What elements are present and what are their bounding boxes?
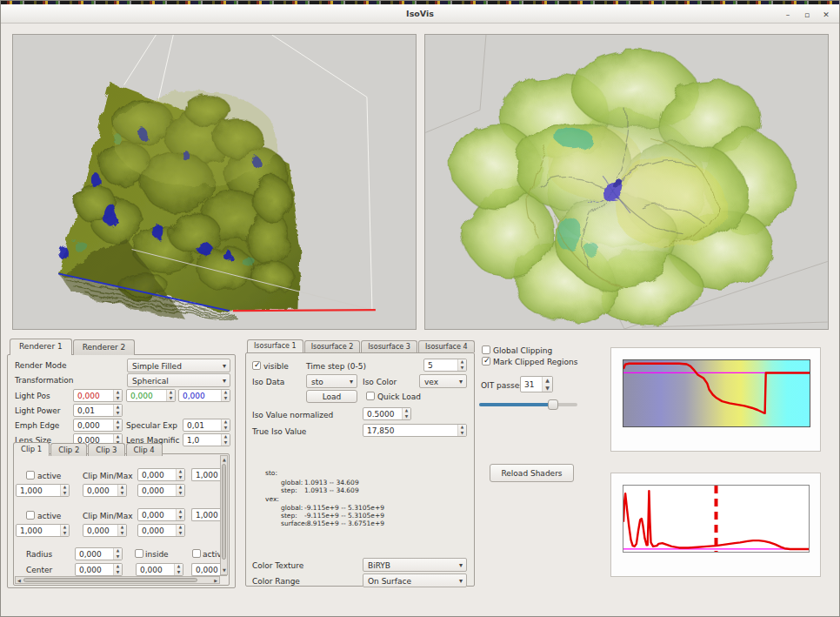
tab-renderer-1[interactable]: Renderer 1 (10, 339, 72, 355)
tab-clip-1[interactable]: Clip 1 (13, 442, 50, 456)
clip-plane1-ny-spinbox[interactable]: 0,000 (83, 484, 127, 497)
mark-clipped-label: Mark Clipped Regions (493, 358, 577, 366)
spinner-arrows-icon[interactable] (176, 525, 184, 536)
isosurface-panel: visible Time step (0-5) 5 Iso Data sto I… (245, 352, 475, 587)
close-icon[interactable]: ✕ (820, 10, 832, 20)
clip-plane1-nz-spinbox[interactable]: 0,000 (137, 484, 185, 497)
clip-plane2-nz-spinbox[interactable]: 0,000 (137, 524, 185, 537)
oit-slider[interactable] (479, 399, 577, 410)
tab-isosurface-2[interactable]: Isosurface 2 (304, 340, 361, 352)
tab-isosurface-3[interactable]: Isosurface 3 (361, 340, 417, 352)
spinner-arrows-icon[interactable] (221, 390, 230, 401)
clip-panel: active Clip Min/Max 0,000 1,000 1,000 0,… (13, 453, 230, 586)
color-texture-label: Color Texture (252, 561, 303, 570)
stats-row: step:1.0913 -- 34.609 (281, 486, 359, 494)
clip-center-y-spinbox[interactable]: 0,000 (136, 563, 183, 576)
slider-handle[interactable] (548, 399, 558, 410)
spinner-arrows-icon[interactable] (457, 359, 466, 371)
window-title: IsoVis (1, 9, 839, 18)
clip-plane1-active-label: active (37, 472, 61, 480)
spinner-arrows-icon[interactable] (457, 425, 466, 436)
transformation-label: Transformation (15, 376, 74, 385)
light-pos-z-spinbox[interactable]: 0,000 (178, 389, 230, 402)
render-mode-select[interactable]: Simple Filled (127, 359, 230, 372)
viewport-renderer-2[interactable] (424, 34, 829, 330)
quick-load-checkbox[interactable] (366, 392, 375, 400)
clip-vertical-scrollbar[interactable]: ▲ ▼ (220, 455, 228, 575)
emph-edge-spinbox[interactable]: 0,000 (73, 419, 123, 432)
emph-edge-label: Emph Edge (15, 421, 59, 430)
clip-plane2-ny-spinbox[interactable]: 0,000 (83, 524, 127, 537)
specular-exp-spinbox[interactable]: 0,01 (183, 419, 230, 432)
spinner-arrows-icon[interactable] (113, 405, 122, 416)
spinner-arrows-icon[interactable] (117, 525, 126, 536)
scrollbar-thumb[interactable] (222, 464, 226, 560)
time-step-spinbox[interactable]: 5 (423, 359, 467, 372)
clip-plane1-active-checkbox[interactable] (26, 471, 35, 480)
visible-checkbox[interactable] (252, 361, 261, 370)
clip-radius-spinbox[interactable]: 0,000 (75, 547, 123, 560)
iso-data-select[interactable]: sto (306, 374, 357, 388)
stats-row: surface:-8.915e+9 -- 3.6751e+9 (281, 520, 384, 527)
iso-color-label: Iso Color (363, 378, 397, 386)
true-iso-value-spinbox[interactable]: 17,850 (363, 424, 467, 437)
mark-clipped-checkbox[interactable] (482, 357, 490, 366)
tab-clip-3[interactable]: Clip 3 (88, 443, 124, 456)
clip-sphere-active-checkbox[interactable] (192, 549, 201, 558)
clip-plane1-min-spinbox[interactable]: 0,000 (137, 468, 185, 481)
minimize-icon[interactable]: – (782, 10, 794, 20)
spinner-arrows-icon[interactable] (117, 485, 126, 496)
clip-plane2-nx-spinbox[interactable]: 1,000 (16, 524, 70, 537)
spinner-arrows-icon[interactable] (176, 509, 184, 520)
spinner-arrows-icon[interactable] (176, 485, 184, 496)
tab-clip-2[interactable]: Clip 2 (50, 443, 87, 456)
spinner-arrows-icon[interactable] (60, 525, 69, 536)
color-texture-select[interactable]: BiRYB (363, 558, 467, 572)
clip-plane2-min-spinbox[interactable]: 0,000 (137, 508, 185, 521)
spinner-arrows-icon[interactable] (60, 485, 69, 496)
clip-plane2-active-checkbox[interactable] (26, 511, 35, 520)
scrollbar-thumb[interactable] (23, 578, 197, 582)
scroll-down-icon[interactable]: ▼ (223, 568, 226, 573)
light-power-spinbox[interactable]: 0,01 (73, 404, 123, 417)
titlebar[interactable]: IsoVis – ▫ ✕ (1, 4, 839, 23)
global-clipping-checkbox[interactable] (482, 345, 490, 354)
spinner-arrows-icon[interactable] (402, 408, 410, 419)
clip-center-x-spinbox[interactable]: 0,000 (75, 563, 123, 576)
spinner-arrows-icon[interactable] (176, 469, 184, 480)
spinner-arrows-icon[interactable] (542, 377, 552, 392)
scroll-right-icon[interactable]: ▶ (214, 579, 217, 583)
scroll-up-icon[interactable]: ▲ (223, 458, 226, 462)
clip-horizontal-scrollbar[interactable]: ◀ ▶ (15, 576, 220, 584)
spinner-arrows-icon[interactable] (221, 419, 230, 431)
spinner-arrows-icon[interactable] (166, 390, 175, 401)
tab-renderer-2[interactable]: Renderer 2 (73, 339, 136, 355)
spinner-arrows-icon[interactable] (113, 548, 122, 560)
histogram-chart[interactable] (623, 485, 810, 553)
color-range-select[interactable]: On Surface (363, 573, 467, 587)
spinner-arrows-icon[interactable] (113, 419, 122, 431)
iso-value-normalized-spinbox[interactable]: 0.5000 (363, 407, 411, 420)
tab-clip-4[interactable]: Clip 4 (126, 443, 163, 456)
spinner-arrows-icon[interactable] (113, 390, 122, 401)
light-pos-x-spinbox[interactable]: 0,000 (73, 389, 123, 402)
tab-isosurface-4[interactable]: Isosurface 4 (418, 340, 475, 352)
clip-plane2-active-label: active (37, 512, 61, 520)
spinner-arrows-icon[interactable] (174, 564, 183, 575)
clip-plane1-nx-spinbox[interactable]: 1,000 (16, 484, 70, 497)
clip-inside-checkbox[interactable] (135, 549, 143, 558)
spinner-arrows-icon[interactable] (221, 434, 230, 446)
lens-magnific-spinbox[interactable]: 1,0 (183, 433, 230, 446)
oit-passes-spinbox[interactable]: 31 (520, 376, 553, 392)
tab-isosurface-1[interactable]: Isosurface 1 (247, 339, 303, 352)
maximize-icon[interactable]: ▫ (801, 10, 813, 20)
viewport-renderer-1[interactable] (12, 34, 417, 330)
load-button[interactable]: Load (306, 390, 357, 403)
spinner-arrows-icon[interactable] (113, 564, 122, 575)
iso-color-select[interactable]: vex (419, 374, 467, 388)
light-pos-y-spinbox[interactable]: 0,000 (126, 389, 176, 402)
reload-shaders-button[interactable]: Reload Shaders (490, 464, 574, 482)
transfer-function-chart[interactable] (623, 359, 810, 427)
scroll-left-icon[interactable]: ◀ (17, 579, 21, 583)
transformation-select[interactable]: Spherical (127, 373, 230, 387)
